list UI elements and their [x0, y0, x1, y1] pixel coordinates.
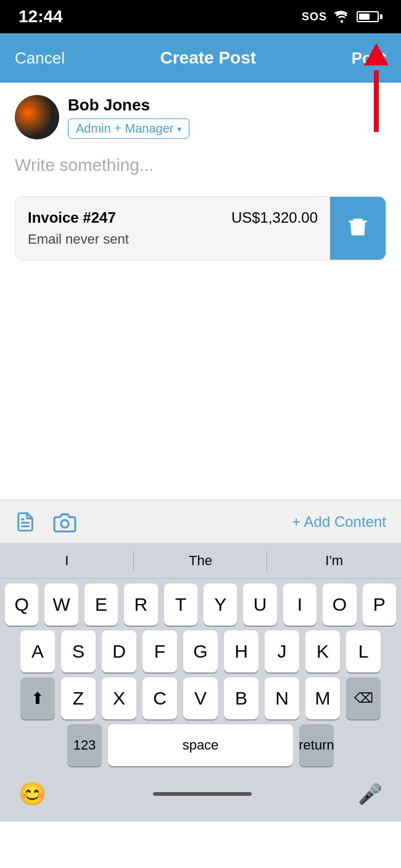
- home-indicator: [153, 792, 252, 796]
- key-w[interactable]: W: [44, 584, 78, 626]
- role-badge[interactable]: Admin + Manager ▾: [68, 118, 189, 139]
- add-content-button[interactable]: + Add Content: [292, 513, 386, 531]
- key-u[interactable]: U: [243, 584, 276, 626]
- status-time: 12:44: [19, 7, 63, 27]
- invoice-info: Invoice #247 US$1,320.00 Email never sen…: [15, 197, 330, 260]
- suggestion-i[interactable]: I: [0, 549, 134, 572]
- key-r[interactable]: R: [124, 584, 157, 626]
- key-d[interactable]: D: [102, 630, 136, 672]
- key-q[interactable]: Q: [5, 584, 38, 626]
- trash-icon: [347, 216, 369, 241]
- key-o[interactable]: O: [323, 584, 356, 626]
- backspace-key[interactable]: ⌫: [346, 677, 381, 719]
- key-p[interactable]: P: [363, 584, 396, 626]
- red-arrow: [364, 43, 389, 132]
- key-s[interactable]: S: [61, 630, 96, 672]
- user-name: Bob Jones: [68, 96, 189, 115]
- num-key[interactable]: 123: [67, 724, 102, 766]
- key-b[interactable]: B: [224, 677, 258, 719]
- wifi-icon: [333, 10, 350, 23]
- user-info: Bob Jones Admin + Manager ▾: [68, 96, 189, 139]
- key-n[interactable]: N: [265, 677, 299, 719]
- key-row-4: 123 space return: [0, 719, 401, 772]
- key-a[interactable]: A: [20, 630, 55, 672]
- shift-key[interactable]: ⬆: [20, 677, 55, 719]
- invoice-top-row: Invoice #247 US$1,320.00: [28, 209, 318, 226]
- toolbar: + Add Content: [0, 500, 401, 543]
- key-m[interactable]: M: [305, 677, 340, 719]
- key-row-1: Q W E R T Y U I O P: [0, 579, 401, 626]
- key-h[interactable]: H: [224, 630, 258, 672]
- suggestion-the[interactable]: The: [134, 549, 268, 572]
- invoice-card: Invoice #247 US$1,320.00 Email never sen…: [15, 196, 386, 260]
- bottom-bar: 😊 🎤: [0, 772, 401, 822]
- emoji-button[interactable]: 😊: [19, 781, 46, 807]
- nav-title: Create Post: [160, 48, 256, 68]
- role-label: Admin + Manager: [76, 122, 173, 136]
- key-c[interactable]: C: [143, 677, 177, 719]
- key-x[interactable]: X: [102, 677, 136, 719]
- cancel-button[interactable]: Cancel: [15, 49, 65, 68]
- key-row-2: A S D F G H J K L: [0, 626, 401, 672]
- suggestions-bar: I The I'm: [0, 543, 401, 579]
- key-j[interactable]: J: [265, 630, 299, 672]
- key-l[interactable]: L: [346, 630, 381, 672]
- keyboard: I The I'm Q W E R T Y U I O P A S D F G …: [0, 543, 401, 822]
- invoice-status: Email never sent: [28, 231, 318, 247]
- key-t[interactable]: T: [164, 584, 197, 626]
- avatar-image: [15, 95, 59, 139]
- write-placeholder[interactable]: Write something...: [15, 149, 386, 190]
- key-z[interactable]: Z: [61, 677, 96, 719]
- post-area: Bob Jones Admin + Manager ▾ Write someth…: [0, 83, 401, 260]
- key-i[interactable]: I: [283, 584, 316, 626]
- status-icons: SOS: [302, 10, 382, 23]
- suggestion-im[interactable]: I'm: [267, 549, 401, 572]
- document-icon[interactable]: [15, 511, 36, 532]
- invoice-amount: US$1,320.00: [231, 209, 318, 226]
- sos-indicator: SOS: [302, 10, 327, 23]
- space-key[interactable]: space: [108, 724, 293, 766]
- status-bar: 12:44 SOS: [0, 0, 401, 33]
- camera-icon[interactable]: [53, 511, 76, 532]
- invoice-number: Invoice #247: [28, 209, 116, 226]
- key-v[interactable]: V: [183, 677, 218, 719]
- role-chevron: ▾: [177, 124, 181, 134]
- key-row-3: ⬆ Z X C V B N M ⌫: [0, 672, 401, 719]
- avatar: [15, 95, 59, 139]
- key-k[interactable]: K: [305, 630, 340, 672]
- key-y[interactable]: Y: [204, 584, 237, 626]
- key-f[interactable]: F: [143, 630, 177, 672]
- invoice-delete-button[interactable]: [330, 197, 386, 260]
- user-row: Bob Jones Admin + Manager ▾: [15, 95, 386, 139]
- key-g[interactable]: G: [183, 630, 218, 672]
- nav-bar: Cancel Create Post Post: [0, 33, 401, 83]
- svg-point-2: [61, 519, 68, 527]
- return-key[interactable]: return: [299, 724, 334, 766]
- microphone-button[interactable]: 🎤: [358, 782, 382, 806]
- key-e[interactable]: E: [85, 584, 118, 626]
- battery-icon: [357, 11, 382, 22]
